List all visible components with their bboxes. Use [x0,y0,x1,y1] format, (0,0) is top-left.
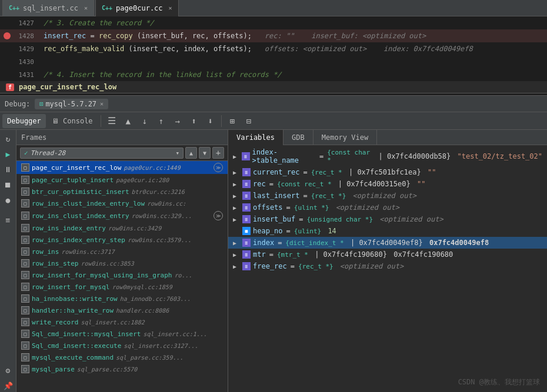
frame-file-11: ha_innodb.cc:7603... [120,296,191,302]
frame-item-0[interactable]: □ page_cur_insert_rec_low page0cur.cc:14… [16,161,228,174]
var-item-0[interactable]: ▶ ≡ index->table_name = {const char * | … [228,146,547,166]
tab-debugger[interactable]: Debugger [2,114,46,128]
var-item-2[interactable]: ▶ ≡ rec = {const rec_t * | 0x7fc4d00315e… [228,178,547,190]
frame-item-7[interactable]: □ row_ins row0ins.cc:3717 [16,246,228,257]
more-icon-0: ≫ [214,163,223,172]
frame-item-13[interactable]: □ write_record sql_insert.cc:1882 [16,316,228,328]
var-val-0: "test_02/tz_test_02" [453,152,542,160]
frame-file-10: row0mysql.cc:1859 [112,284,172,290]
var-name-9: free_rec [253,262,287,270]
toolbar-btn-step-over[interactable]: ↑ [154,114,169,128]
side-icon-play[interactable]: ▶ [2,148,15,160]
toolbar-btn-grid[interactable]: ⊞ [225,114,240,128]
code-content-1428: insert_rec = rec_copy (insert_buf, rec, … [44,32,426,40]
tab-close-sql[interactable]: ✕ [84,5,88,11]
tab-gdb[interactable]: GDB [283,130,313,145]
side-icon-stop[interactable]: ⏹ [2,178,15,191]
thread-dropdown[interactable]: ✓ Thread-28 ▾ [20,148,184,159]
func-name: page_cur_insert_rec_low [19,83,116,91]
frame-icon-11: □ [21,294,29,303]
toolbar-btn-run-cursor[interactable]: ⬇ [203,114,218,128]
code-content-1427: /* 3. Create the record */ [44,19,154,27]
toolbar-btn-step-out[interactable]: ⬆ [186,114,202,128]
var-icon-1: ≡ [242,168,251,176]
main-content: ↻ ▶ ⏸ ⏹ ● ≡ ⚙ 📌 Frames ✓ Thread-28 ▾ ▲ ▼ [0,130,547,392]
var-icon-2: ≡ [242,180,251,188]
frame-item-2[interactable]: □ btr_cur_optimistic_insert btr0cur.cc:3… [16,186,228,197]
frame-file-5: row0ins.cc:3429 [108,225,161,232]
breakpoint-1428 [4,32,11,39]
tab-label-page0: page0cur.cc [116,4,162,12]
side-icon-menu[interactable]: ≡ [2,213,15,226]
side-icon-pause[interactable]: ⏸ [2,163,15,176]
thread-down-btn[interactable]: ▼ [199,147,211,159]
frame-item-12[interactable]: □ handler::ha_write_row handler.cc:8086 [16,304,228,316]
tab-variables[interactable]: Variables [228,130,283,145]
frame-item-5[interactable]: □ row_ins_index_entry row0ins.cc:3429 [16,222,228,234]
thread-add-btn[interactable]: + [212,147,224,159]
right-tabs: Variables GDB Memory View [228,130,547,145]
frame-item-3[interactable]: □ row_ins_clust_index_entry_low row0ins.… [16,197,228,209]
expand-8: ▶ [233,252,240,258]
frame-item-10[interactable]: □ row_insert_for_mysql row0mysql.cc:1859 [16,281,228,293]
frame-item-9[interactable]: □ row_insert_for_mysql_using_ins_graph r… [16,269,228,281]
tab-bar: C++ sql_insert.cc ✕ C++ page0cur.cc ✕ [0,0,547,16]
toolbar-btn-step-into[interactable]: → [170,114,185,128]
toolbar-btn-resume[interactable]: ▲ [121,114,136,128]
var-item-9[interactable]: ▶ ≡ free_rec = {rec_t *} <optimized out> [228,260,547,272]
frame-item-15[interactable]: □ Sql_cmd_insert::execute sql_insert.cc:… [16,340,228,351]
side-icon-pin[interactable]: 📌 [2,379,15,392]
frame-name-8: row_ins_step [32,260,78,267]
frame-item-11[interactable]: □ ha_innobase::write_row ha_innodb.cc:76… [16,293,228,304]
var-item-7[interactable]: ▶ ≡ index = {dict_index_t * | 0x7fc4d004… [228,237,547,249]
frame-name-6: row_ins_index_entry_step [32,236,125,244]
side-icon-settings[interactable]: ⚙ [2,364,15,377]
var-type-6: {ulint} [294,227,321,235]
toolbar-btn-table[interactable]: ⊟ [241,114,256,128]
side-icon-breakpoint[interactable]: ● [2,193,15,206]
tab-memory-view[interactable]: Memory View [313,130,377,145]
full-left: ↻ ▶ ⏸ ⏹ ● ≡ ⚙ 📌 Frames ✓ Thread-28 ▾ ▲ ▼ [0,130,228,392]
var-val-3: <optimized out> [348,192,416,200]
tab-console[interactable]: 🖥 Console [47,114,98,128]
line-num-1427: 1427 [13,19,34,27]
frame-item-14[interactable]: □ Sql_cmd_insert::mysql_insert sql_inser… [16,328,228,340]
side-icon-refresh[interactable]: ↻ [2,132,15,145]
code-line-1431: 1431 /* 4. Insert the record in the link… [0,68,547,81]
toolbar-btn-pause[interactable]: ↓ [137,114,152,128]
var-icon-9: ≡ [242,262,251,270]
toolbar-btn-list[interactable]: ☰ [104,114,119,128]
frame-item-17[interactable]: □ mysql_parse sql_parse.cc:5570 [16,363,228,375]
frame-icon-17: □ [21,365,29,373]
frame-item-8[interactable]: □ row_ins_step row0ins.cc:3853 [16,257,228,269]
tab-sql-insert[interactable]: C++ sql_insert.cc ✕ [2,0,94,16]
frame-name-10: row_insert_for_mysql [32,283,109,291]
frame-item-6[interactable]: □ row_ins_index_entry_step row0ins.cc:35… [16,234,228,246]
var-item-6[interactable]: ▶ ■ heap_no = {ulint} 14 [228,225,547,237]
code-content-1431: /* 4. Insert the record in the linked li… [44,71,282,79]
var-type-4: {ulint *} [294,204,329,212]
var-item-1[interactable]: ▶ ≡ current_rec = {rec_t * | 0x7fc501bfc… [228,166,547,178]
var-type-8: {mtr_t * [277,251,308,259]
var-val-8: 0x7fc4fc190680 [389,250,453,259]
var-name-6: heap_no [253,227,283,235]
var-item-8[interactable]: ▶ ≡ mtr = {mtr_t * | 0x7fc4fc190680} 0x7… [228,249,547,260]
frame-item-4[interactable]: □ row_ins_clust_index_entry row0ins.cc:3… [16,209,228,222]
frame-icon-5: □ [21,224,29,232]
var-item-5[interactable]: ▶ ≡ insert_buf = {unsigned char *} <opti… [228,213,547,225]
var-item-4[interactable]: ▶ ≡ offsets = {ulint *} <optimized out> [228,202,547,213]
debug-close[interactable]: ✕ [100,100,104,107]
frame-name-17: mysql_parse [32,366,75,373]
thread-up-btn[interactable]: ▲ [185,147,197,159]
code-var: insert_rec [44,32,86,40]
toolbar-divider1 [101,115,101,127]
frame-item-16[interactable]: □ mysql_execute_command sql_parse.cc:359… [16,351,228,363]
var-item-3[interactable]: ▶ ≡ last_insert = {rec_t *} <optimized o… [228,190,547,202]
frame-icon-1: □ [21,176,29,184]
frame-item-1[interactable]: □ page_cur_tuple_insert page0cur.ic:280 [16,174,228,186]
var-val-7: 0x7fc4d0049ef8 [425,239,489,247]
var-val-1: "" [423,168,436,176]
tab-page0cur[interactable]: C++ page0cur.cc ✕ [95,0,179,16]
debug-session[interactable]: ⊡ mysql-5.7.27 ✕ [35,99,108,109]
tab-close-page0[interactable]: ✕ [169,5,172,11]
